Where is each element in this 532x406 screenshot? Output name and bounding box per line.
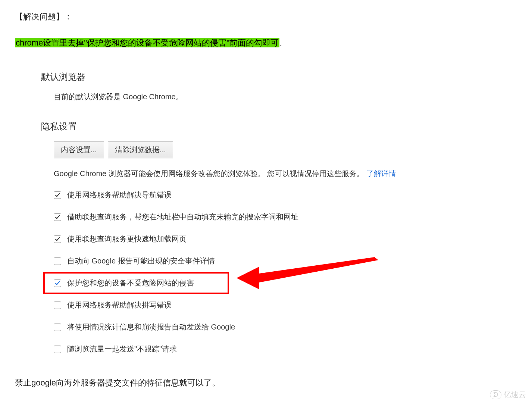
privacy-option-label: 保护您和您的设备不受危险网站的侵害 <box>67 278 194 288</box>
checkbox[interactable] <box>54 235 61 243</box>
privacy-option-label: 借助联想查询服务，帮您在地址栏中自动填充未输完的搜索字词和网址 <box>67 212 298 222</box>
privacy-option-row: 随浏览流量一起发送"不跟踪"请求 <box>54 343 451 355</box>
privacy-heading: 隐私设置 <box>41 121 451 132</box>
footer-explanation: 禁止google向海外服务器提交文件的特征信息就可以了。 <box>15 377 517 388</box>
privacy-option-row: 保护您和您的设备不受危险网站的侵害 <box>54 277 451 289</box>
checkbox[interactable] <box>54 279 61 287</box>
privacy-option-row: 将使用情况统计信息和崩溃报告自动发送给 Google <box>54 321 451 333</box>
watermark-text: 亿速云 <box>504 390 526 400</box>
privacy-description: Google Chrome 浏览器可能会使用网络服务改善您的浏览体验。 您可以视… <box>54 169 451 179</box>
privacy-option-row: 使用联想查询服务更快速地加载网页 <box>54 233 451 245</box>
checkbox[interactable] <box>54 324 61 331</box>
default-browser-heading: 默认浏览器 <box>41 71 451 83</box>
privacy-option-label: 自动向 Google 报告可能出现的安全事件详情 <box>67 256 215 266</box>
default-browser-text: 目前的默认浏览器是 Google Chrome。 <box>54 92 451 102</box>
section-title: 【解决问题】： <box>15 11 517 22</box>
chrome-settings-screenshot: 默认浏览器 目前的默认浏览器是 Google Chrome。 隐私设置 内容设置… <box>41 71 451 355</box>
privacy-options-list: 使用网络服务帮助解决导航错误借助联想查询服务，帮您在地址栏中自动填充未输完的搜索… <box>54 189 451 355</box>
privacy-option-row: 使用网络服务帮助解决拼写错误 <box>54 299 451 311</box>
privacy-option-label: 使用网络服务帮助解决导航错误 <box>67 190 172 200</box>
privacy-option-label: 将使用情况统计信息和崩溃报告自动发送给 Google <box>67 322 235 332</box>
clear-browsing-data-button[interactable]: 清除浏览数据... <box>108 141 173 158</box>
watermark-icon: ᗤ <box>490 390 501 399</box>
privacy-description-text: Google Chrome 浏览器可能会使用网络服务改善您的浏览体验。 您可以视… <box>54 169 366 178</box>
content-settings-button[interactable]: 内容设置... <box>54 141 104 158</box>
solution-highlight: chrome设置里去掉"保护您和您的设备不受危险网站的侵害"前面的勾即可 <box>15 38 279 47</box>
checkbox[interactable] <box>54 302 61 309</box>
privacy-option-label: 使用网络服务帮助解决拼写错误 <box>67 300 172 310</box>
privacy-option-label: 随浏览流量一起发送"不跟踪"请求 <box>67 344 177 354</box>
privacy-option-row: 使用网络服务帮助解决导航错误 <box>54 189 451 201</box>
checkbox[interactable] <box>54 213 61 221</box>
checkbox[interactable] <box>54 257 61 265</box>
privacy-option-row: 自动向 Google 报告可能出现的安全事件详情 <box>54 255 451 267</box>
privacy-buttons-row: 内容设置... 清除浏览数据... <box>54 141 451 158</box>
learn-more-link[interactable]: 了解详情 <box>366 169 396 178</box>
solution-highlight-line: chrome设置里去掉"保护您和您的设备不受危险网站的侵害"前面的勾即可。 <box>15 37 517 49</box>
checkbox[interactable] <box>54 346 61 353</box>
checkbox[interactable] <box>54 191 61 199</box>
privacy-option-row: 借助联想查询服务，帮您在地址栏中自动填充未输完的搜索字词和网址 <box>54 211 451 223</box>
privacy-option-label: 使用联想查询服务更快速地加载网页 <box>67 234 187 244</box>
solution-suffix: 。 <box>279 38 288 47</box>
watermark: ᗤ 亿速云 <box>490 390 526 400</box>
